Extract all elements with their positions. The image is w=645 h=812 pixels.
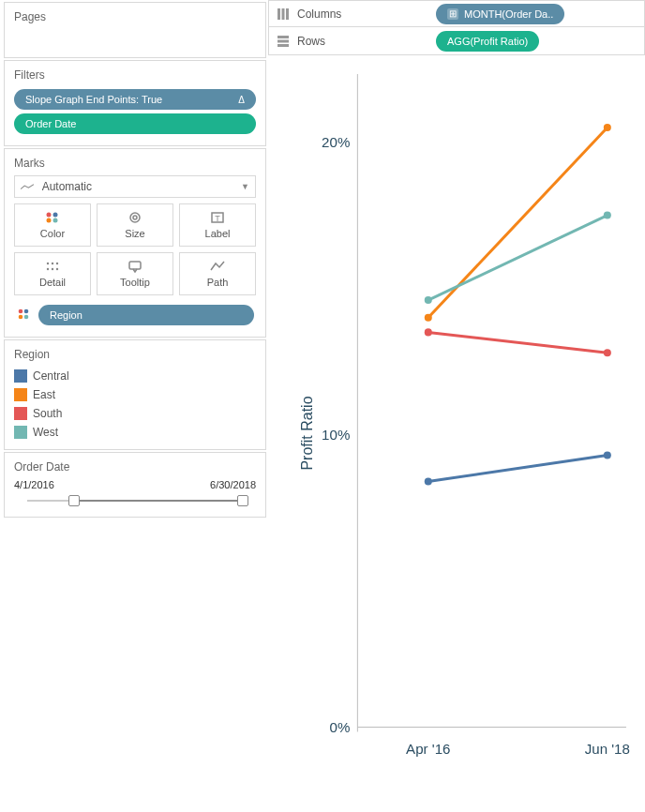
legend-title: Region [14, 348, 256, 361]
svg-point-15 [19, 308, 23, 313]
marks-panel: Marks Automatic ▼ Color Size T Label [4, 148, 266, 338]
svg-point-1 [53, 213, 58, 218]
svg-text:T: T [215, 214, 220, 223]
legend-swatch [14, 426, 27, 439]
x-tick-label: Jun '18 [585, 740, 630, 756]
legend-item[interactable]: Central [14, 367, 256, 385]
marks-size-label: Size [125, 228, 144, 239]
tooltip-icon [127, 260, 143, 273]
columns-shelf[interactable]: Columns ⊞ MONTH(Order Da.. [268, 0, 645, 27]
slider-handle-start[interactable] [68, 495, 80, 506]
marks-title: Marks [14, 157, 256, 170]
filter-pill-slope-text: Slope Graph End Points: True [25, 94, 162, 105]
svg-point-8 [47, 263, 49, 264]
slope-chart: 0%10%20%Apr '16Jun '18 [296, 65, 636, 803]
slider-handle-end[interactable] [237, 495, 248, 506]
filters-title: Filters [14, 68, 256, 82]
legend-label: South [33, 407, 62, 420]
svg-point-13 [56, 268, 58, 270]
chevron-down-icon: ▼ [241, 182, 249, 191]
marks-color-button[interactable]: Color [14, 203, 91, 247]
size-icon [127, 211, 143, 224]
svg-point-2 [47, 218, 52, 223]
data-point [425, 296, 432, 304]
legend-swatch [14, 407, 27, 420]
pages-panel: Pages [4, 2, 266, 58]
columns-shelf-label: Columns [297, 8, 341, 21]
delta-icon: Δ [238, 95, 245, 105]
legend-item[interactable]: West [14, 423, 256, 442]
marks-type-label: Automatic [42, 180, 92, 193]
data-point [425, 477, 432, 485]
date-end-label: 6/30/2018 [210, 479, 256, 490]
filters-panel: Filters Slope Graph End Points: True Δ O… [4, 60, 266, 146]
rows-shelf[interactable]: Rows AGG(Profit Ratio) [268, 27, 645, 54]
marks-region-row[interactable]: Region [14, 301, 256, 329]
svg-rect-22 [278, 36, 289, 38]
detail-icon [44, 260, 61, 273]
svg-rect-21 [286, 8, 289, 20]
columns-pill[interactable]: ⊞ MONTH(Order Da.. [436, 4, 564, 24]
rows-pill[interactable]: AGG(Profit Ratio) [436, 31, 539, 52]
marks-size-button[interactable]: Size [97, 203, 173, 247]
series-line [428, 332, 608, 353]
series-line [428, 215, 608, 299]
legend-item[interactable]: South [14, 404, 256, 423]
series-line [428, 128, 608, 318]
legend-label: West [33, 426, 58, 439]
rows-icon [277, 35, 290, 48]
svg-rect-23 [278, 39, 289, 42]
marks-detail-label: Detail [39, 277, 66, 288]
svg-point-17 [19, 314, 23, 319]
legend-panel: Region CentralEastSouthWest [4, 339, 266, 450]
filter-pill-orderdate[interactable]: Order Date [14, 113, 256, 134]
svg-point-0 [47, 213, 52, 218]
marks-detail-button[interactable]: Detail [14, 252, 91, 295]
region-dimension-pill[interactable]: Region [38, 305, 254, 325]
svg-rect-20 [282, 8, 285, 20]
chart-area: Profit Ratio 0%10%20%Apr '16Jun '18 [268, 55, 645, 812]
marks-tooltip-label: Tooltip [120, 277, 150, 288]
data-point [604, 349, 611, 356]
y-tick-label: 0% [330, 718, 351, 734]
marks-path-button[interactable]: Path [179, 252, 256, 295]
marks-color-label: Color [40, 228, 65, 239]
legend-label: Central [33, 369, 69, 383]
filter-pill-slope[interactable]: Slope Graph End Points: True Δ [14, 89, 256, 110]
filter-pill-orderdate-text: Order Date [25, 118, 76, 129]
path-icon [209, 260, 226, 273]
marks-tooltip-button[interactable]: Tooltip [97, 252, 173, 295]
label-icon: T [209, 211, 226, 224]
rows-shelf-label: Rows [297, 35, 325, 48]
marks-type-select[interactable]: Automatic ▼ [14, 175, 256, 198]
color-icon [16, 307, 31, 324]
pages-title: Pages [14, 10, 256, 23]
series-line [428, 455, 608, 481]
columns-icon [277, 8, 290, 21]
svg-point-11 [47, 268, 49, 270]
legend-item[interactable]: East [14, 385, 256, 404]
svg-point-4 [130, 213, 140, 222]
y-tick-label: 20% [322, 133, 350, 149]
region-pill-text: Region [50, 309, 82, 321]
y-tick-label: 10% [322, 426, 350, 442]
svg-point-3 [53, 218, 58, 223]
date-range-slider[interactable] [14, 492, 256, 509]
order-date-filter-panel: Order Date 4/1/2016 6/30/2018 [4, 452, 266, 518]
x-tick-label: Apr '16 [406, 740, 450, 756]
marks-path-label: Path [207, 277, 229, 288]
legend-label: East [33, 388, 55, 401]
date-start-label: 4/1/2016 [14, 479, 54, 490]
svg-point-12 [52, 268, 53, 270]
svg-point-9 [52, 263, 53, 264]
slider-fill [70, 500, 243, 502]
legend-swatch [14, 388, 27, 401]
y-axis-title: Profit Ratio [299, 397, 316, 471]
legend-swatch [14, 369, 27, 383]
svg-rect-24 [278, 44, 289, 47]
rows-pill-text: AGG(Profit Ratio) [447, 36, 528, 47]
marks-label-label: Label [205, 228, 231, 239]
data-point [425, 328, 432, 336]
order-date-title: Order Date [14, 460, 256, 474]
marks-label-button[interactable]: T Label [179, 203, 256, 247]
